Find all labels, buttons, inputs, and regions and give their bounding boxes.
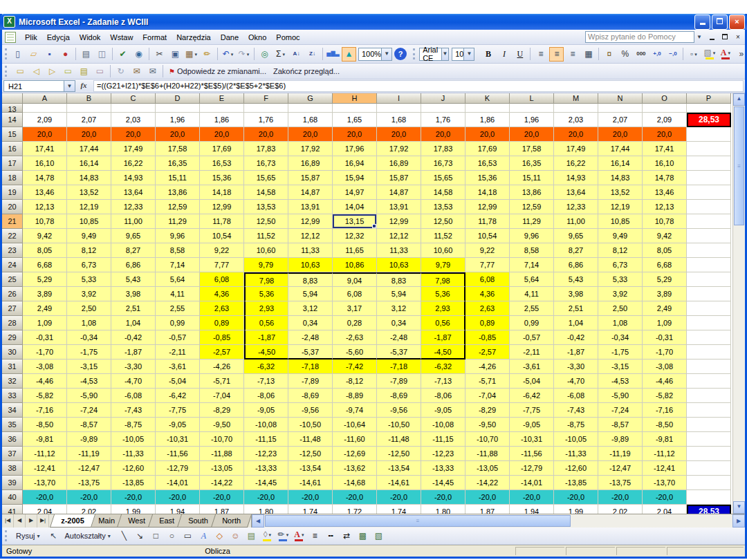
cell-D23[interactable]: 8,58 (156, 243, 200, 258)
cell-C32[interactable]: -4,70 (111, 374, 156, 389)
cell-H26[interactable]: 6,08 (333, 287, 377, 301)
cell-I17[interactable]: 16,89 (377, 156, 421, 171)
chevron-down-icon[interactable]: ▼ (441, 48, 448, 60)
cell-D27[interactable]: 2,55 (156, 301, 200, 316)
cell-H19[interactable]: 14,97 (333, 185, 377, 200)
increase-decimal-icon[interactable]: +,0 (649, 47, 664, 62)
cell-I28[interactable]: 0,34 (377, 316, 421, 330)
cell-M35[interactable]: -8,75 (554, 418, 598, 432)
cell-D13[interactable] (156, 104, 200, 113)
previous-comment-icon[interactable]: ◁ (29, 64, 44, 79)
cell-M13[interactable] (554, 104, 598, 113)
3d-style-icon[interactable]: ▧ (371, 529, 386, 543)
permission-icon[interactable]: ● (58, 47, 73, 62)
cell-O27[interactable]: 2,49 (643, 301, 687, 316)
cell-F37[interactable]: -12,23 (244, 447, 288, 461)
cell-B34[interactable]: -7,24 (67, 403, 111, 418)
cell-E29[interactable]: -0,85 (200, 330, 244, 345)
cell-H20[interactable]: 14,04 (333, 200, 377, 214)
cell-F18[interactable]: 15,65 (244, 171, 288, 185)
cell-E39[interactable]: -14,22 (200, 476, 244, 490)
cell-N34[interactable]: -7,24 (598, 403, 643, 418)
row-header-16[interactable]: 16 (2, 142, 23, 156)
cell-M26[interactable]: 3,98 (554, 287, 598, 301)
cell-C26[interactable]: 3,98 (111, 287, 156, 301)
cell-G29[interactable]: -2,48 (288, 330, 333, 345)
cell-D22[interactable]: 9,96 (156, 229, 200, 243)
cell-E41[interactable]: 1,87 (200, 505, 244, 514)
cell-L14[interactable]: 1,96 (510, 113, 554, 127)
cell-B21[interactable]: 10,85 (67, 214, 111, 229)
open-folder-icon[interactable]: ▱ (26, 47, 41, 62)
cell-J28[interactable]: 0,56 (421, 316, 465, 330)
row-header-21[interactable]: 21 (2, 214, 23, 229)
mail-recipient-icon[interactable]: ✉ (129, 64, 144, 79)
zoom-combo[interactable]: 100% ▼ (358, 48, 392, 61)
cell-G28[interactable]: 0,34 (288, 316, 333, 330)
cell-J33[interactable]: -8,06 (421, 389, 465, 403)
menu-plik[interactable]: Plik (20, 32, 42, 43)
col-header-K[interactable]: K (465, 93, 510, 104)
cell-O33[interactable]: -5,82 (643, 389, 687, 403)
align-left-icon[interactable]: ≡ (533, 47, 548, 62)
cell-D15[interactable]: 20,0 (156, 127, 200, 142)
cell-M28[interactable]: 1,04 (554, 316, 598, 330)
cell-P37[interactable] (687, 447, 731, 461)
chevron-down-icon[interactable]: ▼ (463, 48, 474, 60)
font-size-combo[interactable]: 10 ▼ (452, 48, 474, 61)
cell-K14[interactable]: 1,86 (465, 113, 510, 127)
clip-art-icon[interactable]: ☺ (228, 529, 243, 543)
cell-F14[interactable]: 1,76 (244, 113, 288, 127)
align-center-icon[interactable]: ≡ (549, 47, 564, 62)
cell-M16[interactable]: 17,49 (554, 142, 598, 156)
cell-F31[interactable]: -6,32 (244, 360, 288, 374)
col-header-F[interactable]: F (244, 93, 288, 104)
arrow-icon[interactable]: ↘ (133, 529, 147, 543)
cell-F16[interactable]: 17,83 (244, 142, 288, 156)
cell-K35[interactable]: -9,50 (465, 418, 510, 432)
cell-J31[interactable]: -6,32 (421, 360, 465, 374)
cell-D38[interactable]: -12,79 (156, 461, 200, 476)
cell-K27[interactable]: 2,63 (465, 301, 510, 316)
close-button[interactable]: × (729, 15, 745, 30)
cell-K15[interactable]: 20,0 (465, 127, 510, 142)
cell-C25[interactable]: 5,43 (111, 272, 156, 287)
cell-O18[interactable]: 14,78 (643, 171, 687, 185)
cell-C14[interactable]: 2,03 (111, 113, 156, 127)
cell-I19[interactable]: 14,87 (377, 185, 421, 200)
cell-J13[interactable] (421, 104, 465, 113)
cell-O34[interactable]: -7,16 (643, 403, 687, 418)
cell-B24[interactable]: 6,73 (67, 258, 111, 272)
cell-H39[interactable]: -14,68 (333, 476, 377, 490)
cell-F15[interactable]: 20,0 (244, 127, 288, 142)
cell-J34[interactable]: -9,05 (421, 403, 465, 418)
cell-H14[interactable]: 1,65 (333, 113, 377, 127)
cell-P24[interactable] (687, 258, 731, 272)
cell-I24[interactable]: 10,63 (377, 258, 421, 272)
cell-C36[interactable]: -10,05 (111, 432, 156, 447)
cell-K18[interactable]: 15,36 (465, 171, 510, 185)
cell-A40[interactable]: -20,0 (23, 490, 67, 505)
cell-A25[interactable]: 5,29 (23, 272, 67, 287)
show-comment-icon[interactable]: ▭ (61, 64, 75, 79)
cell-M27[interactable]: 2,51 (554, 301, 598, 316)
cell-I29[interactable]: -2,48 (377, 330, 421, 345)
cell-H30[interactable]: -5,60 (333, 345, 377, 360)
cell-K38[interactable]: -13,05 (465, 461, 510, 476)
cell-J32[interactable]: -7,13 (421, 374, 465, 389)
fill-color-icon[interactable]: ◊▾ (260, 529, 275, 543)
workbook-close-button[interactable]: × (732, 32, 744, 42)
restore-button[interactable] (712, 15, 728, 30)
autosum-icon[interactable]: Σ▾ (273, 47, 288, 62)
cell-I30[interactable]: -5,37 (377, 345, 421, 360)
toolbar-options-icon[interactable]: » (734, 47, 747, 62)
cell-G20[interactable]: 13,91 (288, 200, 333, 214)
cell-D25[interactable]: 5,64 (156, 272, 200, 287)
cell-A27[interactable]: 2,49 (23, 301, 67, 316)
cell-G35[interactable]: -10,50 (288, 418, 333, 432)
cell-L36[interactable]: -10,31 (510, 432, 554, 447)
cell-C17[interactable]: 16,22 (111, 156, 156, 171)
cell-O16[interactable]: 17,41 (643, 142, 687, 156)
cell-P38[interactable] (687, 461, 731, 476)
cell-F41[interactable]: 1,80 (244, 505, 288, 514)
